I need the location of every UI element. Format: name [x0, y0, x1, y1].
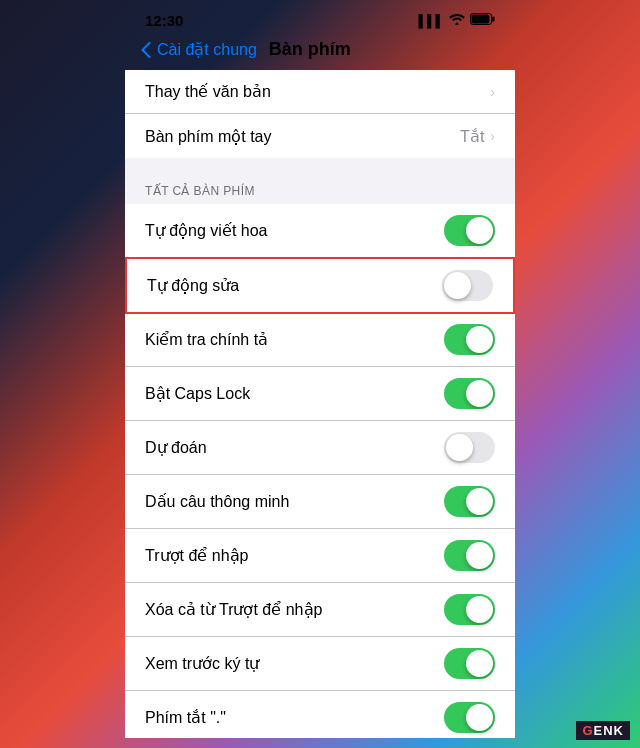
replace-text-row[interactable]: Thay thế văn bản › [125, 70, 515, 114]
auto-correct-label: Tự động sửa [147, 276, 442, 295]
toggle-knob-8 [466, 596, 493, 623]
one-hand-row[interactable]: Bàn phím một tay Tắt › [125, 114, 515, 158]
preview-char-row[interactable]: Xem trước ký tự [125, 637, 515, 691]
settings-content: Thay thế văn bản › Bàn phím một tay Tắt … [125, 70, 515, 738]
status-icons: ▌▌▌ [418, 13, 495, 28]
toggle-knob-6 [466, 488, 493, 515]
slide-to-type-toggle[interactable] [444, 540, 495, 571]
nav-back-button[interactable]: Cài đặt chung [141, 40, 257, 59]
smart-punctuation-label: Dấu câu thông minh [145, 492, 444, 511]
spell-check-label: Kiểm tra chính tả [145, 330, 444, 349]
toggle-knob [466, 217, 493, 244]
smart-punctuation-row[interactable]: Dấu câu thông minh [125, 475, 515, 529]
toggle-knob-3 [466, 326, 493, 353]
toggle-knob-9 [466, 650, 493, 677]
delete-slide-label: Xóa cả từ Trượt để nhập [145, 600, 444, 619]
period-shortcut-label: Phím tắt "." [145, 708, 444, 727]
all-keyboard-label: TẤT CẢ BÀN PHÍM [125, 166, 515, 204]
genk-watermark: GENK [576, 721, 630, 740]
svg-rect-2 [472, 15, 490, 24]
phone-frame: 12:30 ▌▌▌ [125, 0, 515, 748]
caps-lock-row[interactable]: Bật Caps Lock [125, 367, 515, 421]
wifi-icon [449, 13, 465, 28]
auto-correct-row[interactable]: Tự động sửa [125, 257, 515, 314]
predictive-label: Dự đoán [145, 438, 444, 457]
spell-check-row[interactable]: Kiểm tra chính tả [125, 313, 515, 367]
replace-text-label: Thay thế văn bản [145, 82, 490, 101]
slide-to-type-row[interactable]: Trượt để nhập [125, 529, 515, 583]
delete-slide-row[interactable]: Xóa cả từ Trượt để nhập [125, 583, 515, 637]
toggle-knob-2 [444, 272, 471, 299]
genk-g: G [582, 723, 593, 738]
caps-lock-label: Bật Caps Lock [145, 384, 444, 403]
nav-bar: Cài đặt chung Bàn phím [125, 35, 515, 70]
status-bar: 12:30 ▌▌▌ [125, 0, 515, 35]
predictive-toggle[interactable] [444, 432, 495, 463]
delete-slide-toggle[interactable] [444, 594, 495, 625]
auto-capitalize-row[interactable]: Tự động viết hoa [125, 204, 515, 258]
nav-back-label: Cài đặt chung [157, 40, 257, 59]
caps-lock-toggle[interactable] [444, 378, 495, 409]
all-keyboard-group: Tự động viết hoa Tự động sửa Kiểm tra ch… [125, 204, 515, 738]
toggle-knob-4 [466, 380, 493, 407]
toggle-knob-5 [446, 434, 473, 461]
preview-char-toggle[interactable] [444, 648, 495, 679]
period-shortcut-row[interactable]: Phím tắt "." [125, 691, 515, 738]
signal-icon: ▌▌▌ [418, 14, 444, 28]
toggle-knob-7 [466, 542, 493, 569]
svg-rect-1 [492, 17, 495, 22]
smart-punctuation-toggle[interactable] [444, 486, 495, 517]
auto-correct-toggle[interactable] [442, 270, 493, 301]
slide-to-type-label: Trượt để nhập [145, 546, 444, 565]
one-hand-label: Bàn phím một tay [145, 127, 460, 146]
group-spacer-1 [125, 158, 515, 166]
preview-char-label: Xem trước ký tự [145, 654, 444, 673]
auto-capitalize-label: Tự động viết hoa [145, 221, 444, 240]
predictive-row[interactable]: Dự đoán [125, 421, 515, 475]
one-hand-value: Tắt [460, 127, 484, 146]
period-shortcut-toggle[interactable] [444, 702, 495, 733]
nav-title: Bàn phím [269, 39, 351, 60]
chevron-icon-2: › [490, 128, 495, 144]
status-time: 12:30 [145, 12, 183, 29]
toggle-knob-10 [466, 704, 493, 731]
auto-capitalize-toggle[interactable] [444, 215, 495, 246]
spell-check-toggle[interactable] [444, 324, 495, 355]
chevron-icon: › [490, 84, 495, 100]
top-group: Thay thế văn bản › Bàn phím một tay Tắt … [125, 70, 515, 158]
battery-icon [470, 13, 495, 28]
